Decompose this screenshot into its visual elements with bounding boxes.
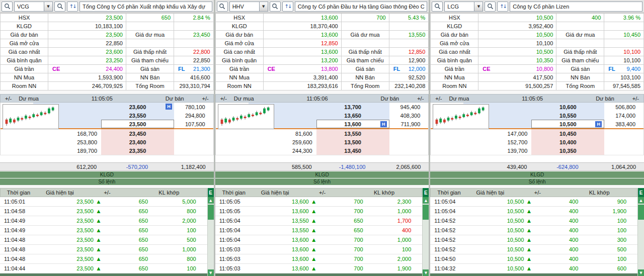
swap-view-button[interactable]: ↑↓: [497, 2, 508, 12]
ask-price-cell[interactable]: 23,500 H: [101, 120, 174, 128]
bid-row[interactable]: 152,700 10,400: [431, 138, 643, 146]
trade-change: 650: [104, 237, 148, 243]
scroll-down-icon[interactable]: ▼: [208, 269, 214, 276]
candlestick-chart-thumbnail[interactable]: [3, 104, 59, 129]
klgd-section-bar[interactable]: KLGD: [215, 171, 429, 178]
panel-toolbar: VCG ▼ ↑↓ Tổng Công ty Cổ phần Xuất nhập …: [0, 0, 214, 13]
ask-price-cell[interactable]: 10,500 H: [531, 120, 604, 128]
scrollbar-track[interactable]: [638, 220, 644, 269]
search-button[interactable]: [485, 2, 496, 12]
bid-price-cell[interactable]: 10,450: [531, 129, 604, 138]
total-room: 97,545,585: [604, 82, 644, 90]
candlestick-chart-thumbnail[interactable]: [218, 104, 274, 129]
bid-price-cell[interactable]: 10,350: [531, 146, 604, 155]
order-book: +/- Dư mua 11:05:05 Dư bán +/-: [430, 94, 644, 185]
so-lenh-section-bar[interactable]: Số lệnh: [430, 178, 644, 185]
scroll-down-icon[interactable]: ▼: [423, 269, 429, 276]
trade-volume: 500: [578, 246, 637, 252]
trade-row: 11:05:04 13,600 ▲ 700 1,000: [215, 235, 423, 245]
bid-askvol-cell: [604, 146, 643, 155]
chevron-down-icon[interactable]: ▼: [474, 2, 483, 12]
trade-price: 23,500: [43, 237, 94, 243]
so-lenh-section-bar[interactable]: Số lệnh: [215, 178, 429, 185]
empty-cell: [126, 22, 174, 31]
e-button[interactable]: E: [638, 188, 644, 197]
time-column-header: Thời gian: [1, 190, 37, 196]
trade-volume: 1,900: [363, 265, 423, 271]
trade-row: 11:05:05 13,600 ▲ 700 1,000: [215, 207, 423, 216]
bid-price-cell[interactable]: 23,400: [101, 138, 174, 146]
info-label-tham-chieu: Giá tham chiếu: [556, 56, 604, 65]
scrollbar-thumb[interactable]: [638, 205, 644, 220]
search-button[interactable]: [54, 2, 65, 12]
chevron-down-icon[interactable]: ▼: [260, 2, 268, 12]
bid-row[interactable]: 244,300 13,450: [216, 146, 429, 155]
so-lenh-section-bar[interactable]: Số lệnh: [0, 178, 214, 185]
ask-price-cell[interactable]: 10,550 H: [531, 111, 604, 120]
trade-row: 11:04:44 23,500 ▲ 650 100: [0, 264, 207, 273]
bid-row[interactable]: 81,600 13,550: [216, 129, 429, 138]
bid-price-cell[interactable]: 23,350: [101, 146, 174, 155]
trade-scrollbar[interactable]: E ▲ ▼: [637, 188, 644, 276]
trade-scrollbar[interactable]: E ▲ ▼: [422, 188, 429, 276]
e-button[interactable]: E: [423, 188, 429, 197]
scroll-up-icon[interactable]: ▲: [423, 197, 429, 204]
bid-row[interactable]: 147,000 10,450: [431, 129, 643, 138]
bid-price-cell[interactable]: 13,500: [316, 138, 389, 146]
bid-row[interactable]: 189,700 23,350: [1, 146, 213, 155]
symbol-search-button[interactable]: [217, 2, 228, 12]
bid-price-cell[interactable]: 10,400: [531, 138, 604, 146]
volume-column-header: KL khớp: [347, 190, 422, 196]
price-ladder: 23,600 H 780,100 23,550 H 294,800 23,500…: [0, 103, 214, 155]
chevron-down-icon[interactable]: ▼: [44, 2, 53, 12]
search-icon: [4, 3, 11, 10]
scroll-down-icon[interactable]: ▼: [638, 269, 644, 276]
symbol-combo[interactable]: LCG ▼: [444, 2, 483, 12]
bid-price-cell[interactable]: 23,450: [101, 129, 174, 138]
symbol-combo[interactable]: VCG ▼: [14, 2, 53, 12]
symbol-code-input[interactable]: HHV: [229, 2, 260, 12]
e-button[interactable]: E: [208, 188, 214, 197]
symbol-code-input[interactable]: VCG: [14, 2, 44, 12]
bid-rows: 147,000 10,450 152,700 10,400 139,700 10…: [431, 129, 643, 155]
candlestick-chart-thumbnail[interactable]: [433, 104, 489, 129]
search-icon: [434, 3, 441, 10]
ask-price-cell[interactable]: 23,600 H: [101, 103, 174, 111]
bid-row[interactable]: 259,600 13,500: [216, 138, 429, 146]
ask-price-cell[interactable]: 13,650 H: [316, 111, 389, 120]
search-icon: [219, 3, 225, 10]
symbol-search-button[interactable]: [432, 2, 443, 12]
search-button[interactable]: [270, 2, 281, 12]
bid-askvol-cell: [174, 146, 213, 155]
symbol-code-input[interactable]: LCG: [444, 2, 474, 12]
bid-price-cell[interactable]: 13,550: [316, 129, 389, 138]
swap-view-button[interactable]: ↑↓: [67, 2, 78, 12]
bid-row[interactable]: 139,700 10,350: [431, 146, 643, 155]
symbol-search-button[interactable]: [2, 2, 13, 12]
scroll-up-icon[interactable]: ▲: [208, 197, 214, 204]
ask-price-cell[interactable]: 13,700 H: [316, 103, 389, 111]
scrollbar-thumb[interactable]: [423, 205, 429, 220]
scrollbar-track[interactable]: [208, 220, 214, 269]
trade-scrollbar[interactable]: E ▲ ▼: [207, 188, 214, 276]
ask-price-cell[interactable]: 23,550 H: [101, 111, 174, 120]
ask-price-cell[interactable]: 10,600 H: [531, 103, 604, 111]
bid-row[interactable]: 168,700 23,450: [1, 129, 213, 138]
bid-price-cell[interactable]: 13,450: [316, 146, 389, 155]
scrollbar-thumb[interactable]: [208, 205, 214, 220]
volume-column-header: KL khớp: [561, 190, 637, 196]
trade-price: 13,600: [259, 199, 309, 205]
foreign-room: 91,500,257: [478, 82, 556, 90]
scrollbar-track[interactable]: [423, 220, 429, 269]
symbol-combo[interactable]: HHV ▼: [229, 2, 268, 12]
bid-row[interactable]: 253,800 23,400: [1, 138, 213, 146]
klgd-section-bar[interactable]: KLGD: [0, 171, 214, 178]
trade-change: 650: [319, 227, 363, 233]
trade-row: 11:04:48 23,500 ▲ 650 1,000: [0, 245, 207, 254]
klgd-section-bar[interactable]: KLGD: [430, 171, 644, 178]
up-down-arrows-icon: ↑↓: [500, 4, 506, 9]
swap-view-button[interactable]: ↑↓: [282, 2, 293, 12]
ask-price-cell[interactable]: 13,600 H: [316, 120, 389, 128]
scroll-up-icon[interactable]: ▲: [638, 197, 644, 204]
total-ask-volume: 1,064,200: [604, 164, 644, 170]
